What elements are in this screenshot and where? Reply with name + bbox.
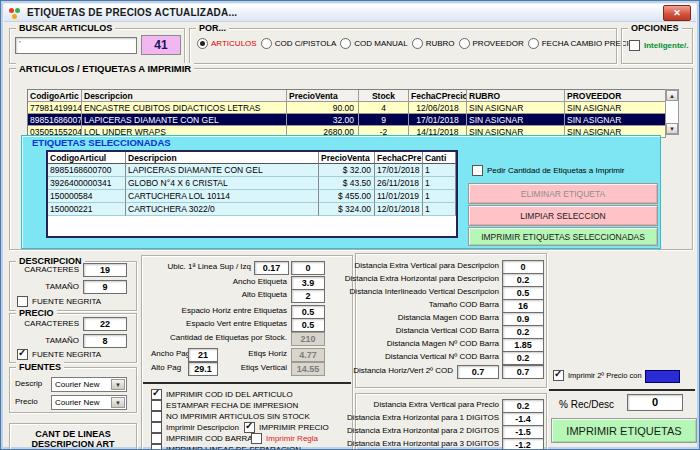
- distancia-label: Distancia Extra Vertical para Descripcio…: [311, 260, 499, 272]
- ancho-pag-field[interactable]: 21: [188, 348, 218, 362]
- distancia-field[interactable]: 0.2: [502, 325, 544, 339]
- imprimir-descripcion-checkbox[interactable]: [151, 422, 162, 433]
- eliminar-etiqueta-button[interactable]: ELIMINAR ETIQUETA: [468, 183, 658, 204]
- imprimir-cod-id-checkbox[interactable]: [151, 389, 162, 400]
- rec-desc-field[interactable]: 0: [627, 394, 683, 411]
- distancia-field[interactable]: 0.2: [502, 351, 544, 365]
- descripcion-negrita-checkbox[interactable]: [17, 296, 28, 307]
- pedir-cantidad-checkbox[interactable]: [472, 165, 483, 176]
- espacio-vert-label: Espacio Vert entre Etiquetas: [147, 318, 287, 330]
- no-imprimir-sin-stock-row[interactable]: NO IMPRIMIR ARTICULOS SIN STOCK: [151, 411, 310, 422]
- radio-rubro[interactable]: RUBRO: [412, 38, 455, 49]
- imprimir-etiquetas-seleccionadas-button[interactable]: IMPRIMIR ETIQUETAS SELECCIONADAS: [468, 227, 658, 246]
- radio-cod-pistola[interactable]: COD C/PISTOLA: [261, 38, 337, 49]
- imprimir-cod-id-row[interactable]: IMPRIMIR COD ID DEL ARTICULO: [151, 389, 293, 400]
- estampar-fecha-row[interactable]: ESTAMPAR FECHA DE IMPRESION: [151, 400, 298, 411]
- precio-negrita-row[interactable]: FUENTE NEGRITA: [17, 349, 101, 360]
- radio-proveedor[interactable]: PROVEEDOR: [459, 38, 524, 49]
- scroll-up-icon[interactable]: [666, 90, 678, 101]
- segundo-precio-checkbox[interactable]: [553, 370, 564, 381]
- distancia-field[interactable]: 0.9: [502, 312, 544, 326]
- limpiar-seleccion-button[interactable]: LIMPIAR SELECCION: [468, 205, 658, 226]
- chevron-down-icon[interactable]: [111, 379, 125, 390]
- radio-cod-pistola-label: COD C/PISTOLA: [275, 39, 337, 48]
- imprimir-regla-checkbox[interactable]: [251, 433, 262, 444]
- radio-cod-manual[interactable]: COD MANUAL: [340, 38, 407, 49]
- cell-descripcion: CARTUCHERA LOL 10114: [126, 190, 319, 203]
- cell-cantidad: 1: [423, 177, 456, 190]
- cell-precio: $ 324.00: [319, 203, 375, 216]
- radio-fecha-cambio-precio-circle[interactable]: [528, 38, 539, 49]
- scroll-down-icon[interactable]: [666, 123, 678, 134]
- fuente-precio-dropdown[interactable]: Courier New: [51, 395, 127, 410]
- imprimir-descripcion-row[interactable]: Imprimir Descripcion: [151, 422, 239, 433]
- precio-tamano-field[interactable]: 8: [83, 334, 127, 348]
- imprimir-precio-checkbox[interactable]: [244, 422, 255, 433]
- table-row[interactable]: 77981419914 ENCASTRE CUBITOS DIDACTICOS …: [28, 102, 666, 114]
- distancia-field[interactable]: -1.5: [502, 425, 544, 439]
- radio-fecha-cambio-precio[interactable]: FECHA CAMBIO PRECIO: [528, 38, 635, 49]
- cell-fecha: 12/06/2018: [409, 102, 467, 114]
- col-descripcion: Descripcion: [126, 152, 319, 164]
- inteligente-checkbox-row[interactable]: Inteligente/.: [629, 40, 688, 51]
- seleccionadas-table: CodigoArticul Descripcion PrecioVenta Fe…: [46, 150, 458, 238]
- distancia-label: Distancia Extra Horizontal para 1 DIGITO…: [311, 412, 499, 424]
- precio-caracteres-field[interactable]: 22: [83, 317, 127, 331]
- radio-rubro-circle[interactable]: [412, 38, 423, 49]
- second-price-color-button[interactable]: [645, 370, 680, 383]
- cell-descripcion: LAPICERAS DIAMANTE CON GEL: [82, 114, 287, 126]
- alto-pag-field[interactable]: 29.1: [188, 362, 218, 376]
- radio-proveedor-circle[interactable]: [459, 38, 470, 49]
- distancia-field[interactable]: 0.2: [502, 273, 544, 287]
- precio-negrita-checkbox[interactable]: [17, 349, 28, 360]
- pedir-cantidad-row[interactable]: Pedir Cantidad de Etiquetas a Imprimir: [472, 165, 624, 176]
- distancia-field[interactable]: 0.2: [502, 399, 544, 413]
- distancia-field[interactable]: 16: [502, 299, 544, 313]
- cell-codigo: 77981419914: [28, 102, 82, 114]
- distancia-field[interactable]: 0.5: [502, 286, 544, 300]
- imprimir-regla-row[interactable]: Imprimir Regla: [251, 433, 318, 444]
- distancia-field[interactable]: -1.4: [502, 412, 544, 426]
- distancia-vert-field[interactable]: 0.7: [502, 365, 544, 379]
- inteligente-checkbox[interactable]: [629, 40, 640, 51]
- estampar-fecha-checkbox[interactable]: [151, 400, 162, 411]
- search-input[interactable]: ': [15, 37, 137, 54]
- imprimir-lineas-checkbox[interactable]: [151, 444, 162, 450]
- descripcion-negrita-row[interactable]: FUENTE NEGRITA: [17, 296, 101, 307]
- ubic-sup-field[interactable]: 0.17: [254, 261, 289, 275]
- imprimir-cod-barra-checkbox[interactable]: [151, 433, 162, 444]
- imprimir-cod-barra-row[interactable]: IMPRIMIR COD BARRA: [151, 433, 253, 444]
- fuente-descrip-dropdown[interactable]: Courier New: [51, 377, 127, 392]
- descripcion-tamano-field[interactable]: 9: [83, 280, 127, 294]
- cell-rubro: SIN ASIGNAR: [467, 114, 565, 126]
- distancia-label: Distancia Vertical COD Barra: [311, 325, 499, 337]
- col-cantidad: Canti: [423, 152, 456, 164]
- seleccionada-row[interactable]: 150000221 CARTUCHERA 3022/0 $ 324.00 12/…: [48, 203, 456, 216]
- radio-cod-pistola-circle[interactable]: [261, 38, 272, 49]
- segundo-precio-row[interactable]: Imprimir 2º Precio con: [553, 370, 642, 381]
- table-scrollbar[interactable]: [665, 89, 679, 135]
- imprimir-lineas-row[interactable]: IMPRIMIR LINEAS DE SEPARACION: [151, 444, 301, 450]
- distancia-field[interactable]: 0: [502, 260, 544, 274]
- distancia-field[interactable]: -1.2: [502, 438, 544, 450]
- cell-fecha: 12/01/2018: [375, 203, 423, 216]
- distancia-horiz-field[interactable]: 0.7: [457, 365, 499, 379]
- radio-articulos-circle[interactable]: [197, 38, 208, 49]
- chevron-down-icon[interactable]: [111, 397, 125, 408]
- cell-stock: 4: [359, 102, 409, 114]
- radio-cod-manual-circle[interactable]: [340, 38, 351, 49]
- no-imprimir-sin-stock-checkbox[interactable]: [151, 411, 162, 422]
- distancia-field[interactable]: 1.85: [502, 338, 544, 352]
- seleccionada-row[interactable]: 150000584 CARTUCHERA LOL 10114 $ 455.00 …: [48, 190, 456, 203]
- distancia-label: Distancia Vertical Nº COD Barra: [311, 351, 499, 363]
- etiqs-horiz-label: Etiqs Horiz: [223, 348, 287, 360]
- close-icon[interactable]: [663, 5, 691, 21]
- radio-articulos[interactable]: ARTICULOS: [197, 38, 257, 49]
- alto-pag-label: Alto Pag: [151, 362, 181, 374]
- seleccionada-row[interactable]: 3926400000341 GLOBO N°4 X 6 CRISTAL $ 43…: [48, 177, 456, 190]
- no-imprimir-sin-stock-label: NO IMPRIMIR ARTICULOS SIN STOCK: [166, 412, 310, 421]
- seleccionada-row[interactable]: 8985168600700 LAPICERAS DIAMANTE CON GEL…: [48, 164, 456, 177]
- descripcion-caracteres-field[interactable]: 19: [83, 263, 127, 277]
- imprimir-etiquetas-button[interactable]: IMPRIMIR ETIQUETAS: [551, 418, 697, 443]
- table-row-selected[interactable]: 89851686007 LAPICERAS DIAMANTE CON GEL 3…: [28, 114, 666, 126]
